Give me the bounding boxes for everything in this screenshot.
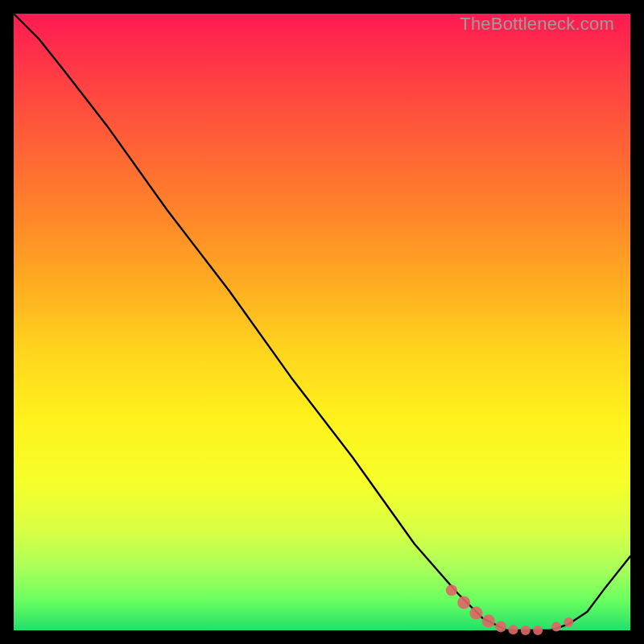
chart-svg bbox=[14, 14, 630, 630]
highlight-marker bbox=[533, 625, 543, 635]
highlight-marker bbox=[564, 617, 573, 627]
highlight-marker bbox=[457, 597, 470, 609]
chart-plot-area: TheBottleneck.com bbox=[14, 14, 630, 630]
highlight-marker bbox=[470, 607, 483, 620]
highlight-marker bbox=[495, 621, 506, 632]
highlight-marker bbox=[521, 625, 530, 635]
highlight-marker bbox=[446, 584, 457, 596]
chart-frame: TheBottleneck.com bbox=[0, 0, 644, 644]
bottleneck-curve-line bbox=[14, 14, 630, 630]
highlight-marker bbox=[551, 621, 561, 631]
highlight-marker bbox=[509, 625, 518, 634]
highlight-markers bbox=[446, 584, 574, 635]
highlight-marker bbox=[482, 615, 495, 628]
watermark-text: TheBottleneck.com bbox=[460, 14, 614, 35]
